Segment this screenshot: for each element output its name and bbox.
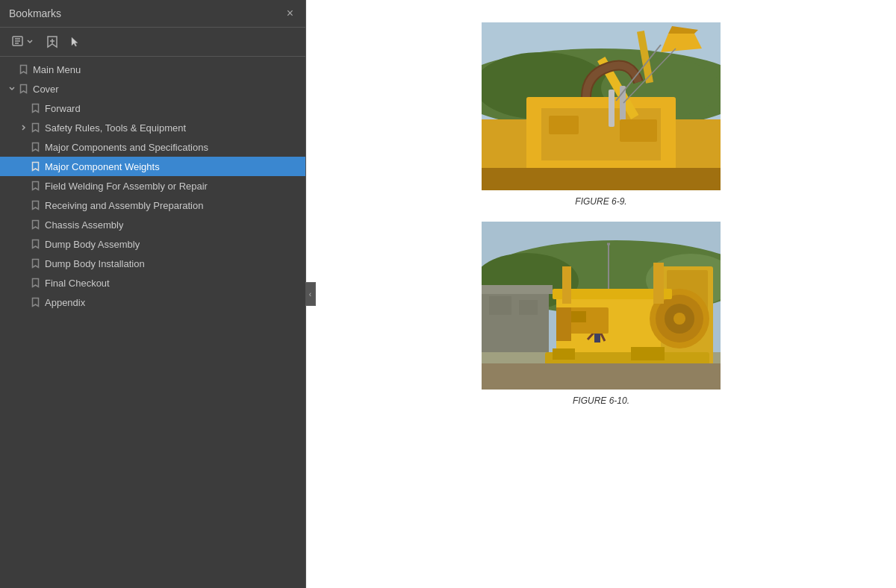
bookmark-add-icon xyxy=(46,35,58,49)
toolbar xyxy=(0,28,305,57)
list-view-button[interactable] xyxy=(7,33,37,51)
bookmark-item-cover[interactable]: Cover xyxy=(0,79,305,98)
bookmark-icon xyxy=(30,180,40,192)
svg-rect-22 xyxy=(620,119,657,142)
sidebar-collapse-button[interactable]: ‹ xyxy=(305,282,316,306)
svg-rect-29 xyxy=(482,285,553,294)
svg-rect-23 xyxy=(482,168,721,190)
collapse-arrow-icon: ‹ xyxy=(309,290,311,298)
list-icon xyxy=(12,36,25,48)
figure-1-image xyxy=(482,22,721,190)
bookmark-label: Main Menu xyxy=(33,64,81,75)
bookmark-label: Safety Rules, Tools & Equipment xyxy=(45,122,186,134)
figure-1-block: FIGURE 6-9. xyxy=(482,22,721,207)
bookmark-label: Final Checkout xyxy=(45,278,110,289)
svg-rect-42 xyxy=(653,263,664,304)
bookmark-icon xyxy=(30,296,40,308)
svg-rect-41 xyxy=(562,266,571,304)
bookmark-list: Main MenuCoverForwardSafety Rules, Tools… xyxy=(0,57,305,588)
bookmark-label: Field Welding For Assembly or Repair xyxy=(45,181,208,192)
cursor-indicator xyxy=(70,36,79,48)
bookmark-icon xyxy=(18,83,28,95)
close-button[interactable]: × xyxy=(284,6,296,21)
bookmark-label: Receiving and Assembly Preparation xyxy=(45,200,203,211)
bookmark-item-safety-rules[interactable]: Safety Rules, Tools & Equipment xyxy=(0,118,305,137)
svg-rect-21 xyxy=(549,116,579,134)
bookmark-item-major-components[interactable]: Major Components and Specifications xyxy=(0,137,305,157)
bookmark-icon xyxy=(30,277,40,289)
bookmark-icon xyxy=(30,122,40,134)
sidebar-header: Bookmarks × xyxy=(0,0,305,28)
figure-2-caption: FIGURE 6-10. xyxy=(573,395,629,406)
bookmark-label: Major Component Weights xyxy=(45,161,160,172)
figure-2-block: FIGURE 6-10. xyxy=(482,222,721,406)
bookmark-label: Chassis Assembly xyxy=(45,219,123,231)
bookmark-icon xyxy=(30,257,40,269)
svg-point-39 xyxy=(673,313,685,325)
bookmarks-sidebar: Bookmarks × xyxy=(0,0,306,588)
bookmark-item-dump-body-install[interactable]: Dump Body Installation xyxy=(0,254,305,273)
bookmark-item-main-menu[interactable]: Main Menu xyxy=(0,60,305,79)
bookmark-label: Dump Body Assembly xyxy=(45,239,140,250)
bookmark-item-forward[interactable]: Forward xyxy=(0,98,305,118)
expand-arrow-icon xyxy=(18,125,30,131)
bookmark-add-button[interactable] xyxy=(42,32,63,51)
figure-2-image xyxy=(482,222,721,390)
bookmark-icon xyxy=(30,219,40,231)
svg-rect-55 xyxy=(482,363,721,390)
bookmark-label: Appendix xyxy=(45,297,85,308)
bookmark-label: Forward xyxy=(45,103,81,114)
main-content: FIGURE 6-9. xyxy=(306,0,896,588)
bookmark-icon xyxy=(18,63,28,75)
bookmark-item-chassis[interactable]: Chassis Assembly xyxy=(0,215,305,234)
bookmark-item-receiving[interactable]: Receiving and Assembly Preparation xyxy=(0,196,305,215)
figure-1-caption: FIGURE 6-9. xyxy=(575,196,626,207)
svg-rect-51 xyxy=(556,307,571,341)
bookmark-icon xyxy=(30,141,40,153)
bookmark-item-field-welding[interactable]: Field Welding For Assembly or Repair xyxy=(0,176,305,196)
bookmark-icon xyxy=(30,102,40,114)
expand-arrow-icon xyxy=(6,86,18,92)
svg-rect-54 xyxy=(631,347,665,360)
page-view: FIGURE 6-9. xyxy=(306,0,896,588)
bookmark-item-appendix[interactable]: Appendix xyxy=(0,293,305,312)
sidebar-title: Bookmarks xyxy=(9,7,61,19)
bookmark-icon xyxy=(30,160,40,172)
svg-rect-31 xyxy=(519,300,538,315)
bookmark-label: Major Components and Specifications xyxy=(45,142,208,153)
svg-rect-17 xyxy=(609,90,615,127)
bookmark-icon xyxy=(30,199,40,211)
svg-rect-53 xyxy=(553,348,575,360)
bookmark-item-dump-body-assembly[interactable]: Dump Body Assembly xyxy=(0,234,305,254)
bookmark-label: Cover xyxy=(33,84,59,95)
bookmark-item-final-checkout[interactable]: Final Checkout xyxy=(0,273,305,293)
bookmark-item-major-weights[interactable]: Major Component Weights xyxy=(0,157,305,176)
chevron-down-icon xyxy=(27,40,33,44)
svg-rect-30 xyxy=(489,296,511,315)
bookmark-label: Dump Body Installation xyxy=(45,258,145,269)
bookmark-icon xyxy=(30,238,40,250)
